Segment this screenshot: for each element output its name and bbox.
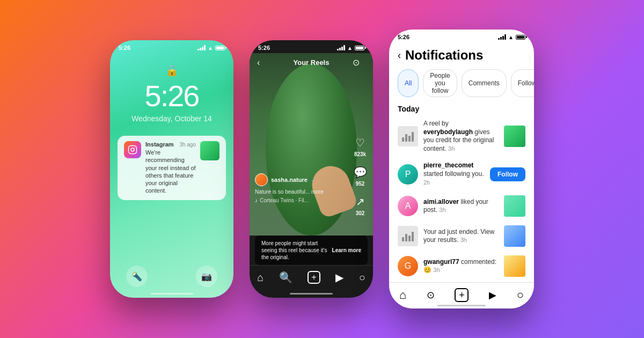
reels-back-button[interactable]: ‹: [257, 58, 270, 68]
reels-caption: Nature is so beautiful... more: [255, 188, 346, 195]
notifications-title: Notifications: [405, 48, 483, 63]
phone-reels-screen: 5:26 ▲ ‹ Your Reels ⊙ ♡ 823k: [250, 40, 373, 298]
reels-right-actions: ♡ 823k 💬 952 ↗ 302: [353, 135, 368, 216]
wifi-icon: ▲: [208, 45, 213, 51]
aimi-avatar: A: [398, 196, 418, 216]
reels-music-row: ♪ Corteau Twins · Fil...: [255, 197, 346, 203]
ad-icon: [398, 226, 418, 246]
chart-icon: [402, 131, 414, 142]
reels-tab-bar: ⌂ 🔍 + ▶ ○: [250, 265, 373, 288]
time-display-1: 5:26: [119, 45, 130, 51]
creator-username: sasha.nature: [271, 177, 308, 183]
filter-all[interactable]: All: [398, 69, 419, 97]
notif-thumb-2: [504, 195, 525, 217]
svg-rect-0: [129, 146, 137, 154]
reels-top-nav: ‹ Your Reels ⊙: [250, 53, 373, 72]
likes-count: 823k: [354, 151, 366, 157]
notifications-back-button[interactable]: ‹: [398, 50, 401, 61]
likes-action[interactable]: ♡ 823k: [353, 135, 368, 157]
heart-icon: ♡: [353, 135, 368, 150]
notification-header: Instagram 3h ago: [145, 141, 196, 148]
notif-thumb-1: [504, 126, 525, 147]
status-icons-2: ▲: [337, 45, 364, 51]
lock-notification-banner[interactable]: Instagram 3h ago We're recommending your…: [118, 136, 226, 200]
time-display-3: 5:26: [398, 34, 409, 40]
tab-search[interactable]: 🔍: [279, 271, 292, 284]
phone-notifications-screen: 5:26 ▲ ‹ Notifications All People you fo…: [389, 30, 534, 308]
reels-title: Your Reels: [270, 58, 353, 67]
notif-comment[interactable]: G gwangurl77 commented: 😊 3h: [389, 251, 534, 281]
comment-icon: 💬: [353, 165, 368, 180]
notif-thumb-4: [504, 255, 525, 277]
comments-count: 952: [356, 181, 365, 187]
camera-button[interactable]: 📷: [196, 266, 217, 287]
creator-avatar: [255, 173, 268, 186]
lock-screen-content: 🔒 5:26 Wednesday, October 14: [110, 53, 233, 123]
wifi-icon-3: ▲: [508, 34, 514, 40]
share-action[interactable]: ↗ 302: [353, 194, 368, 216]
ad-chart-icon: [402, 231, 414, 241]
tab-home[interactable]: ⌂: [257, 271, 264, 284]
notif-follow[interactable]: P pierre_thecomet started following you.…: [389, 157, 534, 191]
status-icons-1: ▲: [197, 45, 225, 51]
notification-thumbnail: [200, 141, 219, 160]
notifs-tab-add[interactable]: +: [455, 288, 469, 302]
tab-reels[interactable]: ▶: [335, 271, 343, 284]
battery-icon-2: [355, 46, 364, 50]
status-bar-2: 5:26 ▲: [250, 40, 373, 53]
notifications-filters: All People you follow Comments Follows: [389, 66, 534, 100]
notifs-tab-home[interactable]: ⌂: [399, 288, 406, 302]
reels-content: ‹ Your Reels ⊙ ♡ 823k 💬 952 ↗ 302 sasha.…: [250, 53, 373, 236]
reels-user-row: sasha.nature ✓: [255, 173, 346, 186]
reel-credit-avatar: [398, 126, 418, 146]
learn-more-button[interactable]: Learn more: [332, 247, 361, 253]
pierre-avatar: P: [398, 164, 418, 185]
filter-follows[interactable]: Follows: [511, 69, 534, 97]
original-banner-text: More people might start seeing this reel…: [261, 240, 328, 261]
home-indicator-1: [150, 293, 193, 295]
flashlight-button[interactable]: 🔦: [126, 266, 148, 287]
filter-comments[interactable]: Comments: [462, 69, 507, 97]
comments-action[interactable]: 💬 952: [353, 165, 368, 187]
notif-like[interactable]: A aimi.allover liked your post. 3h: [389, 191, 534, 221]
status-bar-1: 5:26 ▲: [110, 40, 233, 53]
reels-camera-button[interactable]: ⊙: [353, 57, 365, 68]
tab-profile[interactable]: ○: [359, 271, 365, 284]
notification-time: 3h ago: [179, 142, 196, 148]
notification-content: Instagram 3h ago We're recommending your…: [145, 141, 196, 195]
verified-badge: ✓: [311, 177, 315, 183]
instagram-app-icon: [124, 141, 141, 158]
notif-like-text: aimi.allover liked your post. 3h: [423, 198, 499, 215]
lock-bottom-controls: 🔦 📷: [110, 266, 233, 287]
notification-text: We're recommending your reel instead of …: [145, 149, 196, 195]
lock-date: Wednesday, October 14: [131, 114, 212, 123]
notif-ad[interactable]: Your ad just ended. View your results. 3…: [389, 221, 534, 251]
notifs-tab-search[interactable]: ⊙: [427, 289, 435, 301]
signal-icon-3: [498, 34, 506, 40]
battery-icon: [215, 46, 225, 50]
status-icons-3: ▲: [498, 34, 525, 40]
home-indicator-2: [290, 293, 333, 295]
notifs-tab-reels[interactable]: ▶: [489, 289, 496, 301]
gwangurl-avatar: G: [398, 256, 418, 276]
notif-reel-credit[interactable]: A reel by everybodylaugh gives you credi…: [389, 115, 534, 157]
notif-reel-credit-text: A reel by everybodylaugh gives you credi…: [423, 120, 499, 153]
lock-time: 5:26: [145, 81, 199, 111]
shares-count: 302: [356, 210, 365, 216]
notification-app-name: Instagram: [145, 141, 174, 148]
reels-bottom-info: sasha.nature ✓ Nature is so beautiful...…: [255, 173, 346, 203]
signal-icon-2: [337, 45, 345, 50]
follow-button[interactable]: Follow: [490, 167, 525, 181]
time-display-2: 5:26: [258, 45, 270, 51]
reels-music: Corteau Twins · Fil...: [260, 197, 309, 203]
notifications-header: ‹ Notifications: [389, 42, 534, 66]
status-bar-3: 5:26 ▲: [389, 30, 534, 42]
section-today: Today: [389, 100, 534, 115]
notifs-tab-profile[interactable]: ○: [517, 288, 524, 302]
phone-lock-screen: 5:26 ▲ 🔒 5:26 Wednesday, October 14: [110, 40, 233, 298]
filter-people[interactable]: People you follow: [423, 69, 457, 97]
signal-icon: [197, 45, 206, 50]
tab-add[interactable]: +: [308, 271, 320, 284]
notif-follow-text: pierre_thecomet started following you. 2…: [423, 161, 485, 187]
battery-icon-3: [516, 35, 525, 40]
